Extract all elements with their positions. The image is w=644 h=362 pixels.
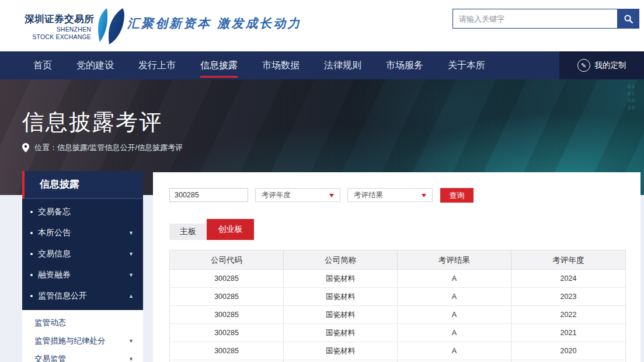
tab-main-board[interactable]: 主板: [169, 224, 207, 240]
cell-eval-result: A: [398, 306, 511, 324]
bullet-icon: [30, 211, 33, 213]
logo-text-cn: 深圳证券交易所: [25, 13, 91, 26]
page-title: 信息披露考评: [22, 107, 162, 137]
table-row: 300285 国瓷材料 A 2023: [170, 288, 625, 306]
my-customization-label: 我的定制: [595, 60, 626, 71]
eval-year-select[interactable]: 考评年度: [255, 188, 340, 202]
cell-eval-result: A: [398, 270, 511, 288]
cell-company-code: 300285: [170, 324, 284, 342]
chevron-down-icon: ▼: [128, 230, 134, 236]
cell-company-code: 300285: [170, 306, 284, 324]
hero-binary-decor: 01 01 00 10: [612, 83, 636, 111]
table-body: 300285 国瓷材料 A 2024 300285 国瓷材料 A 2023 30…: [170, 270, 625, 362]
sidebar: 信息披露 交易备忘 本所公告 ▼ 交易信息 ▼ 融资融券 ▼: [22, 171, 143, 362]
board-tabs: 主板 创业板: [169, 219, 254, 240]
cell-company-name: 国瓷材料: [284, 306, 398, 324]
sse-logo-icon: [93, 4, 125, 46]
bullet-icon: [30, 253, 33, 255]
sidebar-item-announcements[interactable]: 本所公告 ▼: [22, 222, 143, 243]
cell-eval-result: A: [398, 324, 511, 342]
table-row: 300285 国瓷材料 A 2024: [170, 270, 625, 288]
tab-chinext[interactable]: 创业板: [207, 219, 254, 240]
nav-item-party[interactable]: 党的建设: [76, 51, 114, 79]
sidebar-menu: 交易备忘 本所公告 ▼ 交易信息 ▼ 融资融券 ▼ 监管信息公开 ▲: [22, 199, 143, 310]
site-search: [452, 9, 639, 29]
content-panel: 考评年度 考评结果 查询 主板 创业板 公司代码 公司简称 考评结果 考评年度 …: [153, 172, 640, 362]
subitem-trading-supervision[interactable]: 交易监管 ▼: [22, 350, 143, 362]
sidebar-item-regulatory-disclosure[interactable]: 监管信息公开 ▲: [22, 286, 143, 307]
table-row: 300285 国瓷材料 A 2021: [170, 324, 625, 342]
col-header-company-code: 公司代码: [170, 250, 284, 270]
bullet-icon: [30, 295, 33, 297]
subitem-label: 监管动态: [34, 318, 66, 328]
bullet-icon: [30, 274, 33, 276]
cell-eval-result: A: [398, 342, 511, 360]
sidebar-item-label: 本所公告: [38, 228, 71, 238]
search-icon: [624, 14, 633, 24]
pencil-circle-icon: ✎: [577, 59, 590, 72]
nav-item-home[interactable]: 首页: [33, 51, 52, 79]
chevron-down-icon: ▼: [128, 356, 134, 362]
top-bar: 深圳证券交易所 SHENZHEN STOCK EXCHANGE 汇聚创新资本 激: [0, 0, 644, 51]
logo-text-en: SHENZHEN STOCK EXCHANGE: [20, 26, 91, 41]
logo-en-line2: STOCK EXCHANGE: [32, 33, 91, 40]
bullet-icon: [30, 232, 33, 234]
subitem-regulatory-dynamics[interactable]: 监管动态: [22, 314, 143, 332]
eval-year-select-label: 考评年度: [262, 190, 291, 200]
sidebar-item-label: 监管信息公开: [38, 291, 87, 301]
subitem-label: 交易监管: [34, 354, 66, 362]
nav-item-about[interactable]: 关于本所: [448, 51, 485, 79]
breadcrumb-text: 位置：信息披露/监管信息公开/信息披露考评: [34, 142, 183, 153]
cell-company-code: 300285: [170, 342, 284, 360]
chevron-down-icon: ▼: [128, 272, 134, 278]
sidebar-item-trading-info[interactable]: 交易信息 ▼: [22, 243, 143, 264]
chevron-down-icon: ▼: [128, 338, 134, 344]
cell-eval-result: A: [398, 288, 511, 306]
my-customization-button[interactable]: ✎ 我的定制: [559, 51, 644, 79]
site-search-input[interactable]: [452, 9, 617, 29]
cell-company-code: 300285: [170, 270, 284, 288]
cell-eval-year: 2021: [511, 324, 625, 342]
evaluation-table: 公司代码 公司简称 考评结果 考评年度 300285 国瓷材料 A 2024 3…: [169, 250, 626, 362]
brand-slogan: 汇聚创新资本 激发成长动力: [127, 15, 301, 32]
filter-row: 考评年度 考评结果 查询: [153, 188, 640, 203]
site-search-button[interactable]: [617, 9, 639, 29]
table-row: 300285 国瓷材料 A 2020: [170, 342, 625, 360]
cell-company-name: 国瓷材料: [284, 288, 398, 306]
page: 深圳证券交易所 SHENZHEN STOCK EXCHANGE 汇聚创新资本 激: [0, 0, 644, 362]
subitem-label: 监管措施与纪律处分: [34, 336, 106, 346]
table-header-row: 公司代码 公司简称 考评结果 考评年度: [170, 250, 625, 270]
logo-link[interactable]: 深圳证券交易所 SHENZHEN STOCK EXCHANGE: [23, 11, 123, 46]
cell-eval-year: 2024: [511, 270, 625, 288]
chevron-up-icon: ▲: [128, 293, 134, 299]
dropdown-arrow-icon: [329, 194, 334, 197]
nav-item-services[interactable]: 市场服务: [386, 51, 423, 79]
sidebar-title: 信息披露: [22, 171, 143, 199]
cell-eval-year: 2022: [511, 306, 625, 324]
query-button[interactable]: 查询: [440, 188, 474, 203]
chevron-down-icon: ▼: [128, 251, 134, 257]
sidebar-item-trading-memo[interactable]: 交易备忘: [22, 201, 143, 222]
subitem-regulatory-measures[interactable]: 监管措施与纪律处分 ▼: [22, 332, 143, 350]
sidebar-item-label: 交易信息: [38, 249, 71, 259]
cell-company-name: 国瓷材料: [284, 324, 398, 342]
eval-result-select[interactable]: 考评结果: [347, 188, 433, 202]
nav-item-market-data[interactable]: 市场数据: [262, 51, 300, 79]
logo-en-line1: SHENZHEN: [57, 26, 91, 33]
cell-company-name: 国瓷材料: [284, 342, 398, 360]
dropdown-arrow-icon: [422, 194, 426, 197]
sidebar-item-label: 交易备忘: [38, 207, 71, 217]
cell-eval-year: 2020: [511, 342, 625, 360]
table-row: 300285 国瓷材料 A 2022: [170, 306, 625, 324]
main-nav: 首页 党的建设 发行上市 信息披露 市场数据 法律规则 市场服务 关于本所 ✎ …: [0, 51, 644, 79]
sidebar-item-margin-trading[interactable]: 融资融券 ▼: [22, 264, 143, 286]
nav-item-rules[interactable]: 法律规则: [324, 51, 361, 79]
eval-result-select-label: 考评结果: [354, 190, 383, 200]
nav-item-listing[interactable]: 发行上市: [138, 51, 176, 79]
nav-item-disclosure[interactable]: 信息披露: [200, 51, 238, 79]
col-header-company-name: 公司简称: [284, 250, 398, 270]
sidebar-submenu: 监管动态 监管措施与纪律处分 ▼ 交易监管 ▼: [22, 310, 143, 362]
breadcrumb: 位置：信息披露/监管信息公开/信息披露考评: [22, 142, 183, 153]
sidebar-item-label: 融资融券: [38, 270, 71, 280]
company-code-input[interactable]: [169, 188, 248, 202]
